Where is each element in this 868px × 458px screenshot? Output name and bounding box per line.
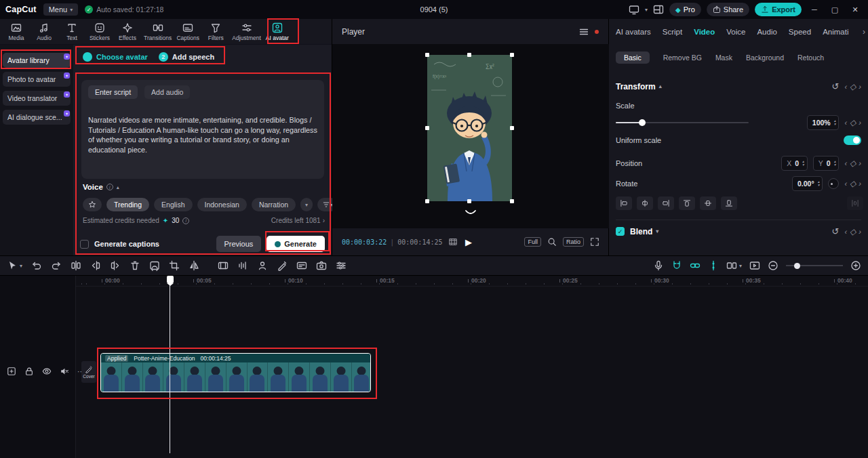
- resize-handle[interactable]: [510, 53, 514, 57]
- sidebar-item-ai-dialogue[interactable]: AI dialogue sce...✦: [3, 110, 71, 125]
- scale-value-box[interactable]: 100%▴▾: [807, 115, 840, 130]
- position-y-box[interactable]: Y0▴▾: [813, 156, 840, 171]
- zoom-knob[interactable]: [794, 263, 800, 269]
- rotate-value-box[interactable]: 0.00°▴▾: [792, 176, 823, 191]
- frame-grid-icon[interactable]: [448, 237, 458, 247]
- align-center-horizontal-button[interactable]: [637, 196, 653, 210]
- full-button[interactable]: Full: [524, 237, 541, 247]
- adjust-clip-icon[interactable]: [336, 260, 347, 271]
- remove-bg-icon[interactable]: [257, 260, 268, 271]
- fullscreen-icon[interactable]: [590, 237, 599, 247]
- mask-icon[interactable]: [149, 260, 160, 271]
- tab-ai-avatar[interactable]: AI avatar: [264, 21, 291, 43]
- cover-button[interactable]: Cover: [81, 361, 96, 383]
- subtab-background[interactable]: Background: [746, 54, 784, 62]
- resize-handle[interactable]: [467, 53, 471, 57]
- favorites-chip[interactable]: [83, 198, 102, 211]
- maximize-button[interactable]: ▢: [827, 2, 842, 17]
- stepper-icons[interactable]: ▴▾: [834, 160, 836, 167]
- mute-track-icon[interactable]: [60, 367, 69, 376]
- resize-handle[interactable]: [467, 199, 471, 203]
- zoom-out-icon[interactable]: [768, 260, 778, 271]
- tab-text[interactable]: Text: [58, 21, 85, 43]
- stepper-icons[interactable]: ▴▾: [802, 160, 804, 167]
- preview-axis-toggle[interactable]: [708, 260, 719, 271]
- resize-handle[interactable]: [425, 53, 429, 57]
- step-choose-avatar[interactable]: 1Choose avatar: [83, 52, 148, 62]
- auto-captions-icon[interactable]: [296, 260, 307, 271]
- slider-knob[interactable]: [639, 119, 646, 126]
- position-x-box[interactable]: X0▴▾: [781, 156, 808, 171]
- extract-audio-icon[interactable]: [237, 260, 248, 271]
- tabs-scroll-right-icon[interactable]: ›: [863, 27, 865, 37]
- tab-effects[interactable]: Effects: [114, 21, 141, 43]
- mirror-icon[interactable]: [189, 260, 199, 271]
- tab-video[interactable]: Video: [694, 28, 715, 36]
- script-text-area[interactable]: Narrated videos are more intimate, enter…: [88, 115, 319, 154]
- tab-script[interactable]: Script: [663, 28, 682, 36]
- tab-ai-avatars[interactable]: AI avatars: [616, 28, 651, 36]
- menu-button[interactable]: Menu▾: [43, 3, 79, 16]
- subtab-mask[interactable]: Mask: [715, 54, 732, 62]
- export-button[interactable]: Export: [755, 3, 802, 16]
- delete-left-icon[interactable]: [90, 260, 101, 271]
- display-mode-icon[interactable]: [629, 4, 639, 15]
- enter-script-tab[interactable]: Enter script: [88, 85, 138, 99]
- delete-icon[interactable]: [130, 260, 140, 271]
- chip-indonesian[interactable]: Indonesian: [197, 198, 247, 211]
- track-film-icon[interactable]: [218, 260, 229, 271]
- position-keyframe-controls[interactable]: ‹◇›: [844, 159, 861, 168]
- tab-media[interactable]: Media: [3, 21, 30, 43]
- expand-caret-icon[interactable]: ▾: [656, 228, 658, 234]
- subtab-retouch[interactable]: Retouch: [797, 54, 824, 62]
- add-audio-tab[interactable]: Add audio: [144, 85, 190, 99]
- record-voiceover-icon[interactable]: [653, 260, 664, 271]
- voice-section-header[interactable]: Voice i ▴: [83, 183, 119, 191]
- tab-transitions[interactable]: Transitions: [142, 21, 174, 43]
- timeline-clip[interactable]: Applied Potter-Anime-Education 00:00:14:…: [100, 353, 371, 392]
- playhead-handle[interactable]: [167, 276, 174, 283]
- resize-handle[interactable]: [425, 126, 429, 130]
- undo-icon[interactable]: [31, 260, 42, 271]
- align-bottom-button[interactable]: [721, 196, 737, 210]
- minimize-button[interactable]: ─: [807, 2, 822, 17]
- align-left-button[interactable]: [616, 196, 632, 210]
- smart-edit-icon[interactable]: [277, 260, 288, 271]
- clip-view-dropdown[interactable]: ▾: [726, 260, 742, 271]
- reset-transform-icon[interactable]: ↺: [832, 81, 840, 91]
- generate-captions-checkbox[interactable]: [80, 240, 89, 249]
- align-right-button[interactable]: [658, 196, 674, 210]
- distribute-horizontal-button[interactable]: [847, 196, 863, 210]
- resize-handle[interactable]: [510, 126, 514, 130]
- rotate-dial[interactable]: [828, 178, 839, 189]
- preview-quality-icon[interactable]: [749, 260, 760, 271]
- subtab-remove-bg[interactable]: Remove BG: [663, 54, 702, 62]
- rotate-keyframe-controls[interactable]: ‹◇›: [844, 179, 861, 188]
- transform-keyframe-controls[interactable]: ‹◇›: [844, 82, 861, 91]
- sidebar-item-photo-to-avatar[interactable]: Photo to avatar✦: [3, 72, 71, 87]
- delete-right-icon[interactable]: [110, 260, 121, 271]
- timeline-zoom-slider[interactable]: [786, 262, 843, 269]
- resize-handle[interactable]: [425, 199, 429, 203]
- generate-button[interactable]: Generate: [267, 236, 325, 252]
- zoom-in-icon[interactable]: [850, 260, 861, 271]
- chip-english[interactable]: English: [154, 198, 192, 211]
- tab-voice[interactable]: Voice: [726, 28, 745, 36]
- tab-audio[interactable]: Audio: [757, 28, 776, 36]
- tab-speed[interactable]: Speed: [789, 28, 811, 36]
- chip-trending[interactable]: Trending: [106, 198, 149, 211]
- previous-button[interactable]: Previous: [216, 236, 262, 252]
- blend-checkbox[interactable]: ✓: [616, 227, 625, 236]
- layout-icon[interactable]: [653, 4, 664, 15]
- lock-track-icon[interactable]: [24, 367, 34, 376]
- align-middle-vertical-button[interactable]: [700, 196, 716, 210]
- timeline-ruler[interactable]: 00:00 00:05 00:10 00:15 00:20 00:25 00:3…: [76, 276, 868, 287]
- video-preview[interactable]: ∑χ² f(x)=x²: [427, 55, 512, 201]
- timeline[interactable]: ⋯ 00:00 00:05 00:10 00:15 00:20 00:25 00…: [0, 276, 868, 458]
- rotate-handle[interactable]: [464, 207, 477, 213]
- tab-filters[interactable]: Filters: [202, 21, 229, 43]
- scale-keyframe-controls[interactable]: ‹◇›: [844, 118, 861, 127]
- align-top-button[interactable]: [679, 196, 695, 210]
- magnetic-snap-toggle[interactable]: [671, 260, 682, 271]
- play-button[interactable]: ▶: [465, 237, 472, 247]
